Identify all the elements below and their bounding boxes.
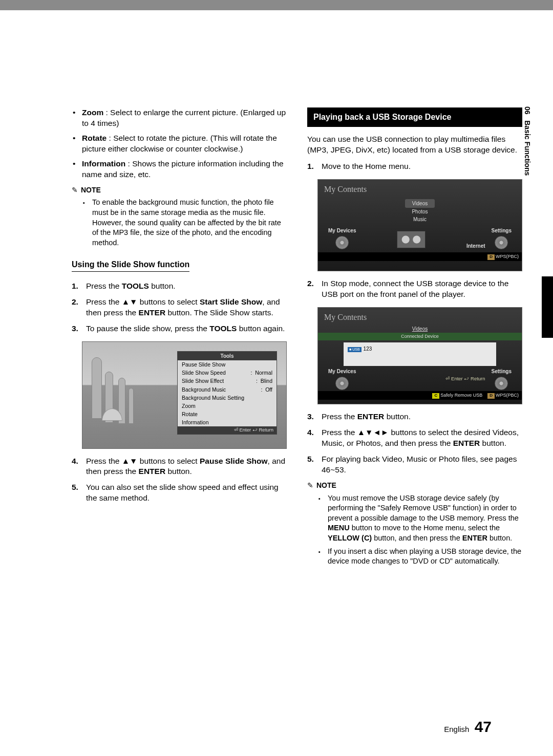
r-step-2: 2.In Stop mode, connect the USB storage … [322, 278, 522, 300]
edge-tab [542, 276, 553, 338]
device-list: ■ USB123 [344, 342, 496, 366]
step-5: 5.You can also set the slide show speed … [86, 482, 287, 504]
panel2-title: My Contents [318, 308, 522, 325]
chapter-number: 06 [523, 106, 531, 115]
disc-icon [335, 236, 349, 249]
r-step-4: 4.Press the ▲▼◄► buttons to select the d… [322, 427, 522, 449]
page-number: 47 [475, 718, 492, 735]
tools-header: Tools [178, 352, 276, 361]
gear-icon [495, 236, 508, 249]
tools-pause: Pause Slide Show [182, 361, 272, 368]
option-information: Information : Shows the picture informat… [82, 159, 287, 180]
manual-page: 06 Basic Functions Zoom : Select to enla… [0, 10, 553, 756]
chapter-title: Basic Functions [523, 120, 531, 176]
slideshow-screenshot: Tools Pause Slide Show Slide Show Speed:… [82, 341, 287, 449]
note-safely-remove: You must remove the USB storage device s… [328, 493, 522, 544]
page-footer: English 47 [444, 718, 492, 736]
home-menu-screenshot: My Contents Videos Photos Music My Devic… [317, 179, 522, 271]
step-4: 4.Press the ▲▼ buttons to select Pause S… [86, 456, 287, 478]
tools-footer: ⏎ Enter ⮐ Return [178, 426, 276, 434]
r-step-3: 3.Press the ENTER button. [322, 412, 522, 422]
film-reel-icon [397, 231, 426, 248]
r-step-5: 5.For playing back Video, Music or Photo… [322, 454, 522, 476]
left-column: Zoom : Select to enlarge the current pic… [72, 107, 287, 570]
r-step-1: 1.Move to the Home menu. [322, 161, 522, 172]
tools-menu: Tools Pause Slide Show Slide Show Speed:… [177, 351, 277, 435]
footer-lang: English [444, 725, 469, 733]
option-list: Zoom : Select to enlarge the current pic… [72, 107, 287, 180]
note-label-right: NOTE [307, 481, 522, 490]
note-label: NOTE [72, 185, 287, 195]
step-2: 2.Press the ▲▼ buttons to select Start S… [86, 297, 287, 318]
option-rotate: Rotate : Select to rotate the picture. (… [82, 133, 287, 155]
subheading-slideshow: Using the Slide Show function [72, 259, 287, 279]
chapter-sidebar: 06 Basic Functions [523, 106, 531, 176]
note-bgm: To enable the background music function,… [92, 198, 287, 248]
right-column: Playing back a USB Storage Device You ca… [307, 107, 522, 570]
gear-icon [495, 377, 508, 390]
disc-icon [335, 377, 349, 390]
intro-text: You can use the USB connection to play m… [307, 134, 522, 156]
note-disc-insert: If you insert a disc when playing a USB … [328, 547, 522, 567]
panel1-title: My Contents [318, 180, 522, 197]
option-zoom: Zoom : Select to enlarge the current pic… [82, 107, 287, 129]
step-3: 3.To pause the slide show, press the TOO… [86, 323, 287, 334]
section-heading: Playing back a USB Storage Device [307, 107, 522, 127]
connected-device-screenshot: My Contents Videos Connected Device ■ US… [317, 307, 522, 404]
step-1: 1.Press the TOOLS button. [86, 281, 287, 292]
